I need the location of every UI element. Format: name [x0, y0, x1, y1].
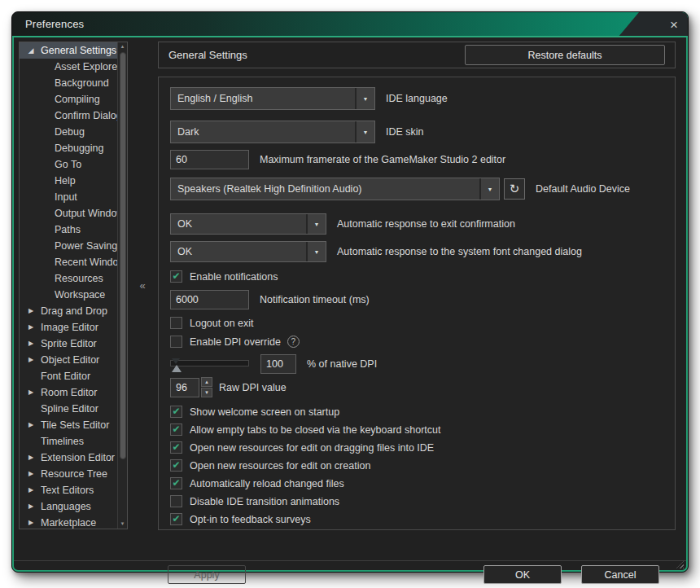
- tree-item-resources[interactable]: Resources: [20, 270, 117, 287]
- tree-item-paths[interactable]: Paths: [20, 222, 117, 238]
- tree-collapsed-icon[interactable]: ▶: [25, 450, 37, 466]
- tree-collapsed-icon[interactable]: ▶: [25, 319, 37, 336]
- dpi-slider[interactable]: [170, 356, 249, 372]
- scroll-up-icon[interactable]: ▲: [118, 42, 127, 51]
- open-on-creation-checkbox[interactable]: ✔: [170, 459, 182, 472]
- raw-dpi-spinner: ▲ ▼: [170, 377, 212, 397]
- settings-group: English / English ▼ IDE language Dark ▼ …: [158, 77, 676, 530]
- tree-item-tile-sets-editor[interactable]: ▶Tile Sets Editor: [20, 417, 117, 433]
- tree-item-go-to[interactable]: Go To: [20, 156, 117, 173]
- audio-device-dropdown[interactable]: Speakers (Realtek High Definition Audio)…: [170, 178, 500, 200]
- dialog-body: ◢General Settings Asset Explorer Backgro…: [12, 37, 688, 572]
- check-icon: ✔: [172, 406, 180, 416]
- tree-item-asset-explorer[interactable]: Asset Explorer: [20, 59, 117, 75]
- tree-item-background[interactable]: Background: [20, 75, 117, 91]
- disable-animations-checkbox[interactable]: [170, 495, 182, 507]
- max-framerate-input[interactable]: [170, 150, 249, 169]
- max-framerate-row: Maximum framerate of the GameMaker Studi…: [170, 150, 663, 169]
- tree-item-room-editor[interactable]: ▶Room Editor: [20, 384, 117, 401]
- raw-dpi-input[interactable]: [170, 378, 199, 397]
- empty-tabs-checkbox[interactable]: ✔: [170, 423, 182, 436]
- tree-item-text-editors[interactable]: ▶Text Editors: [20, 482, 117, 498]
- tree-item-input[interactable]: Input: [20, 189, 117, 205]
- main-panel: General Settings Restore defaults Englis…: [158, 42, 676, 530]
- ide-language-row: English / English ▼ IDE language: [170, 87, 663, 110]
- exit-confirmation-dropdown[interactable]: OK ▼: [170, 213, 326, 235]
- tree-item-recent-windows[interactable]: Recent Windows: [20, 254, 117, 270]
- tree-expanded-icon[interactable]: ◢: [25, 42, 37, 59]
- chevron-down-icon[interactable]: ▼: [355, 88, 374, 109]
- logout-on-exit-checkbox[interactable]: [170, 317, 182, 329]
- ok-button[interactable]: OK: [483, 565, 562, 584]
- dpi-override-checkbox[interactable]: [170, 336, 182, 348]
- font-changed-dropdown[interactable]: OK ▼: [170, 241, 326, 262]
- tree-item-languages[interactable]: ▶Languages: [20, 498, 117, 515]
- chevron-down-icon[interactable]: ▼: [306, 242, 326, 261]
- ide-language-label: IDE language: [386, 93, 448, 104]
- title-bar[interactable]: Preferences ×: [12, 12, 688, 37]
- notification-timeout-input[interactable]: [170, 290, 249, 309]
- tree-collapsed-icon[interactable]: ▶: [25, 417, 37, 433]
- open-on-drag-checkbox[interactable]: ✔: [170, 441, 182, 454]
- spinner-down-icon[interactable]: ▼: [201, 388, 212, 397]
- auto-reload-checkbox[interactable]: ✔: [170, 477, 182, 489]
- tree-item-timelines[interactable]: Timelines: [20, 433, 117, 450]
- tree-item-power-saving[interactable]: Power Saving: [20, 238, 117, 254]
- tree-item-sprite-editor[interactable]: ▶Sprite Editor: [20, 336, 117, 352]
- logout-on-exit-row: Logout on exit: [170, 317, 663, 329]
- scrollbar-thumb[interactable]: [120, 52, 126, 459]
- tree-item-compiling[interactable]: Compiling: [20, 91, 117, 108]
- tree-item-object-editor[interactable]: ▶Object Editor: [20, 352, 117, 368]
- help-icon[interactable]: ?: [287, 336, 300, 348]
- restore-defaults-button[interactable]: Restore defaults: [465, 45, 665, 65]
- slider-thumb[interactable]: [172, 365, 182, 372]
- cancel-button[interactable]: Cancel: [581, 565, 659, 584]
- tree-item-spline-editor[interactable]: Spline Editor: [20, 401, 117, 417]
- tree-scrollbar[interactable]: ▲ ▼: [117, 42, 127, 529]
- tree-collapsed-icon[interactable]: ▶: [25, 303, 37, 319]
- tree-item-general-settings[interactable]: ◢General Settings: [20, 42, 117, 59]
- chevron-down-icon[interactable]: ▼: [306, 214, 326, 234]
- tree-collapsed-icon[interactable]: ▶: [25, 384, 37, 401]
- tree-item-marketplace[interactable]: ▶Marketplace: [20, 515, 117, 529]
- tree-collapsed-icon[interactable]: ▶: [25, 515, 37, 529]
- tree-item-help[interactable]: Help: [20, 173, 117, 189]
- refresh-audio-button[interactable]: ↻: [504, 178, 525, 200]
- tree-item-workspace[interactable]: Workspace: [20, 287, 117, 303]
- tree-collapsed-icon[interactable]: ▶: [25, 498, 37, 515]
- tree-collapsed-icon[interactable]: ▶: [25, 352, 37, 368]
- tree-collapsed-icon[interactable]: ▶: [25, 336, 37, 352]
- tree-collapsed-icon[interactable]: ▶: [25, 466, 37, 482]
- chevron-down-icon[interactable]: ▼: [355, 121, 374, 143]
- slider-track[interactable]: [170, 360, 249, 366]
- audio-device-label: Default Audio Device: [536, 183, 630, 195]
- feedback-surveys-checkbox[interactable]: ✔: [170, 513, 182, 525]
- tree-item-font-editor[interactable]: Font Editor: [20, 368, 117, 384]
- tree-item-extension-editor[interactable]: ▶Extension Editor: [20, 450, 117, 466]
- tree-item-image-editor[interactable]: ▶Image Editor: [20, 319, 117, 336]
- tree-item-debugging[interactable]: Debugging: [20, 140, 117, 156]
- resize-grip[interactable]: [676, 561, 684, 568]
- enable-notifications-checkbox[interactable]: ✔: [170, 270, 182, 283]
- tree-item-output-windows[interactable]: Output Windows: [20, 205, 117, 222]
- check-icon: ✔: [172, 478, 180, 488]
- welcome-screen-checkbox[interactable]: ✔: [170, 406, 182, 418]
- chevron-down-icon[interactable]: ▼: [479, 178, 499, 200]
- apply-button[interactable]: Apply: [168, 565, 246, 584]
- scroll-down-icon[interactable]: ▼: [118, 520, 127, 529]
- spinner-up-icon[interactable]: ▲: [201, 377, 212, 387]
- close-tab: ×: [618, 12, 688, 37]
- notification-timeout-label: Notification timeout (ms): [260, 294, 370, 305]
- enable-notifications-label: Enable notifications: [190, 271, 278, 283]
- tree-item-resource-tree[interactable]: ▶Resource Tree: [20, 466, 117, 482]
- tree-item-drag-and-drop[interactable]: ▶Drag and Drop: [20, 303, 117, 319]
- ide-language-dropdown[interactable]: English / English ▼: [170, 87, 375, 110]
- native-dpi-input[interactable]: [260, 354, 296, 374]
- close-icon[interactable]: ×: [660, 12, 688, 37]
- tree-item-debug[interactable]: Debug: [20, 124, 117, 140]
- sidebar-collapse-button[interactable]: «: [133, 278, 151, 296]
- tree-collapsed-icon[interactable]: ▶: [25, 482, 37, 498]
- tree-item-confirm-dialogs[interactable]: Confirm Dialogs: [20, 108, 117, 124]
- welcome-screen-row: ✔ Show welcome screen on startup: [170, 406, 663, 418]
- ide-skin-dropdown[interactable]: Dark ▼: [170, 121, 375, 143]
